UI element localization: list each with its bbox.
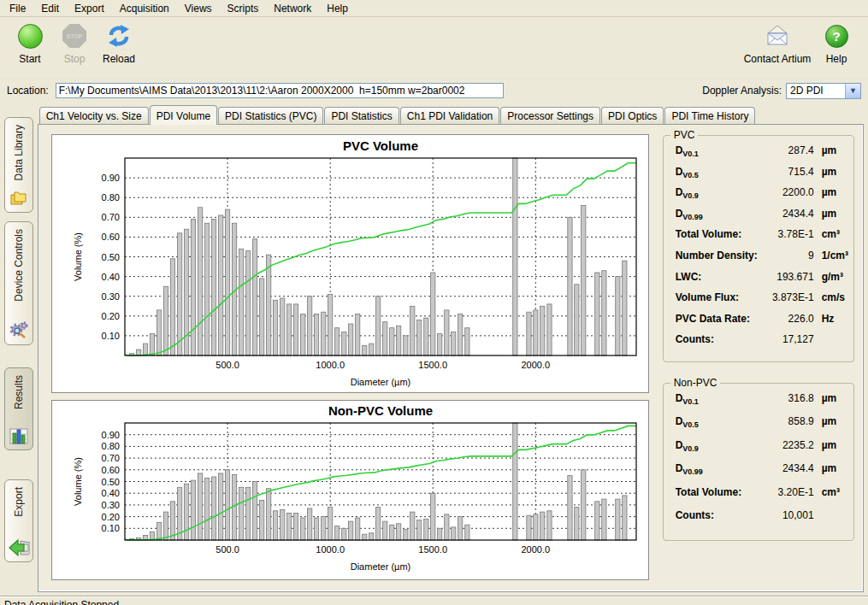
sidebar-item-export[interactable]: Export: [4, 479, 33, 562]
stat-value: 10,001: [765, 509, 814, 521]
stat-label: Total Volume:: [676, 486, 765, 498]
stat-label: Number Density:: [676, 250, 765, 261]
stat-value: 3.20E-1: [765, 486, 814, 498]
tab-pdi-statistics-pvc-[interactable]: PDI Statistics (PVC): [218, 107, 323, 124]
stat-label: DV0.1: [676, 144, 765, 158]
svg-text:Volume (%): Volume (%): [73, 457, 83, 506]
doppler-analysis-select[interactable]: 2D PDI ▼: [786, 83, 861, 99]
svg-text:0.90: 0.90: [101, 173, 119, 183]
start-button-label: Start: [9, 53, 51, 65]
export-arrow-icon: [8, 538, 30, 557]
chevron-down-icon[interactable]: ▼: [845, 84, 860, 98]
sidebar-item-device-controls[interactable]: Device Controls: [4, 221, 33, 345]
svg-text:1500.0: 1500.0: [418, 360, 447, 370]
bar-chart-icon: [9, 426, 29, 445]
charts-column: 0.100.200.300.400.500.600.700.800.90500.…: [38, 125, 652, 591]
toolbar: Start STOP Stop Reload: [0, 17, 868, 79]
stat-unit: µm: [822, 166, 837, 178]
svg-text:0.70: 0.70: [101, 453, 119, 463]
tab-strip: Ch1 Velocity vs. SizePDI VolumePDI Stati…: [39, 105, 864, 124]
aims-application-window: FileEditExportAcquisitionViewsScriptsNet…: [0, 0, 868, 605]
contact-artium-button[interactable]: Contact Artium: [741, 21, 813, 65]
menu-item-network[interactable]: Network: [266, 1, 319, 16]
help-button[interactable]: ? Help: [815, 21, 858, 65]
stop-button[interactable]: STOP Stop: [53, 21, 96, 65]
menu-item-file[interactable]: File: [2, 1, 33, 16]
stat-value: 316.8: [765, 392, 814, 404]
location-input[interactable]: [56, 83, 504, 98]
stat-value: 858.9: [765, 415, 814, 427]
sidebar-label-device-controls: Device Controls: [13, 229, 25, 302]
stat-value: 2434.4: [765, 208, 814, 220]
status-bar: Data Acquisition Stopped: [0, 596, 868, 605]
pvc-volume-plot: 0.100.200.300.400.500.600.700.800.90500.…: [52, 135, 647, 392]
menu-bar: FileEditExportAcquisitionViewsScriptsNet…: [0, 0, 868, 17]
svg-text:0.10: 0.10: [101, 523, 119, 533]
sidebar-item-results[interactable]: Results: [4, 367, 33, 450]
svg-text:0.40: 0.40: [101, 488, 119, 498]
sidebar-item-data-library[interactable]: Data Library: [4, 117, 33, 213]
stat-row: DV0.992434.4µm: [676, 462, 848, 486]
svg-text:0.10: 0.10: [101, 331, 119, 341]
stat-label: DV0.1: [676, 392, 765, 406]
menu-item-acquisition[interactable]: Acquisition: [112, 1, 177, 16]
stat-row: DV0.992434.4µm: [676, 208, 848, 229]
svg-text:1500.0: 1500.0: [418, 544, 447, 555]
tab-ch1-pdi-validation[interactable]: Ch1 PDI Validation: [400, 107, 500, 124]
tab-pdi-volume[interactable]: PDI Volume: [150, 105, 217, 125]
svg-text:0.80: 0.80: [101, 192, 119, 203]
sidebar-label-export: Export: [13, 487, 25, 517]
tab-pdi-time-history[interactable]: PDI Time History: [664, 107, 755, 124]
reload-icon: [106, 24, 132, 48]
svg-text:PVC Volume: PVC Volume: [343, 138, 418, 153]
tab-processor-settings[interactable]: Processor Settings: [500, 107, 600, 124]
svg-text:0.40: 0.40: [101, 272, 119, 282]
svg-text:0.20: 0.20: [101, 311, 119, 321]
help-icon: ?: [825, 25, 848, 48]
menu-item-views[interactable]: Views: [177, 1, 220, 16]
stat-label: Total Volume:: [676, 228, 765, 240]
location-label: Location:: [7, 85, 49, 97]
nonpvc-volume-chart: 0.100.200.300.400.500.600.700.800.90500.…: [51, 400, 649, 580]
tab-area: Ch1 Velocity vs. SizePDI VolumePDI Stati…: [38, 102, 868, 596]
svg-text:0.20: 0.20: [101, 512, 119, 522]
stop-icon: STOP: [62, 24, 86, 48]
doppler-analysis-label: Doppler Analysis:: [702, 85, 782, 97]
reload-button[interactable]: Reload: [97, 21, 140, 65]
stat-value: 3.873E-1: [765, 291, 814, 303]
svg-text:Non-PVC Volume: Non-PVC Volume: [328, 403, 433, 418]
stat-unit: cm/s: [822, 291, 845, 303]
svg-text:2000.0: 2000.0: [521, 544, 550, 555]
status-text: Data Acquisition Stopped: [4, 599, 119, 605]
stat-label: Counts:: [676, 509, 765, 521]
stat-unit: µm: [822, 439, 837, 451]
stat-row: DV0.92200.0µm: [676, 186, 848, 208]
sidebar-label-data-library: Data Library: [13, 125, 25, 180]
doppler-analysis-value: 2D PDI: [787, 85, 845, 97]
start-button[interactable]: Start: [9, 21, 51, 65]
menu-item-export[interactable]: Export: [67, 1, 112, 16]
stat-value: 2200.0: [765, 186, 814, 198]
stat-value: 2434.4: [765, 462, 814, 474]
stat-label: DV0.5: [676, 166, 765, 179]
stat-row: LWC:193.671g/m³: [676, 271, 848, 292]
stat-value: 287.4: [765, 144, 814, 156]
stat-unit: µm: [822, 186, 837, 198]
tab-pdi-statistics[interactable]: PDI Statistics: [324, 107, 399, 124]
sidebar-label-results: Results: [13, 375, 25, 409]
main-area: Data Library Device Controls Res: [0, 102, 868, 596]
stat-unit: µm: [822, 392, 837, 404]
menu-item-help[interactable]: Help: [319, 1, 356, 16]
gears-icon: [9, 320, 29, 340]
stat-unit: µm: [822, 462, 837, 474]
tab-ch1-velocity-vs-size[interactable]: Ch1 Velocity vs. Size: [39, 107, 149, 124]
tab-pdi-optics[interactable]: PDI Optics: [601, 107, 664, 124]
stat-unit: µm: [822, 144, 837, 156]
svg-text:0.60: 0.60: [101, 232, 119, 242]
pvc-stats-groupbox: PVC DV0.1287.4µmDV0.5715.4µmDV0.92200.0µ…: [663, 135, 854, 362]
menu-item-scripts[interactable]: Scripts: [220, 1, 267, 16]
svg-text:500.0: 500.0: [216, 544, 239, 555]
menu-item-edit[interactable]: Edit: [33, 1, 67, 16]
stat-value: 17,127: [765, 333, 814, 345]
stat-value: 226.0: [765, 313, 814, 325]
